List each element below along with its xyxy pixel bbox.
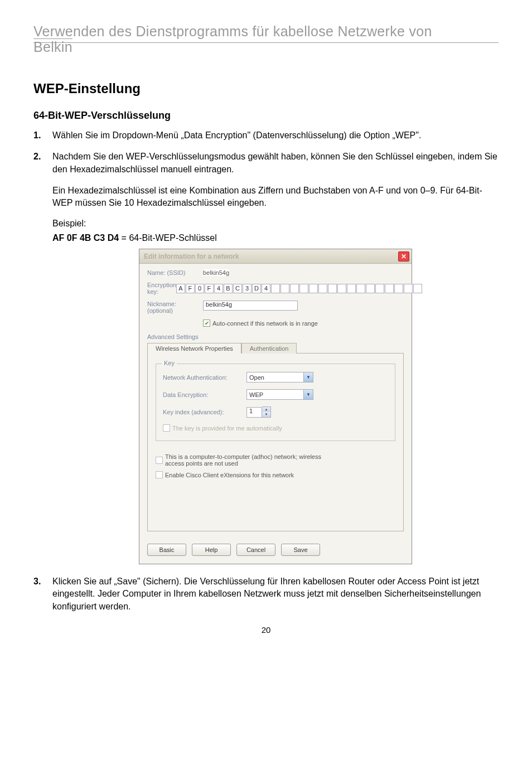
- advanced-settings-label: Advanced Settings: [147, 333, 404, 340]
- encryption-key-cell[interactable]: [337, 284, 346, 293]
- page-number: 20: [33, 625, 499, 635]
- close-button[interactable]: ✕: [398, 251, 409, 262]
- close-icon: ✕: [401, 253, 407, 260]
- spinner-down-icon[interactable]: ▼: [262, 412, 270, 417]
- step-number-1: 1.: [33, 129, 52, 142]
- page-header-title: Verwenden des Dienstprogramms für kabell…: [33, 22, 499, 41]
- encryption-key-cell[interactable]: 0: [195, 284, 204, 293]
- cisco-label: Enable Cisco Client eXtensions for this …: [165, 472, 294, 478]
- encryption-key-cell[interactable]: [271, 284, 280, 293]
- autoconnect-label: Auto-connect if this network is in range: [212, 320, 318, 327]
- encryption-key-cell[interactable]: 4: [262, 284, 270, 293]
- page-header-sub: Belkin: [33, 38, 72, 55]
- ssid-value: belkin54g: [203, 269, 229, 276]
- data-encryption-select[interactable]: WEP ▼: [246, 389, 313, 400]
- data-encryption-label: Data Encryption:: [163, 391, 246, 398]
- encryption-key-cell[interactable]: [299, 284, 308, 293]
- encryption-key-cell[interactable]: B: [224, 284, 233, 293]
- key-group-title: Key: [162, 360, 177, 366]
- nickname-label: Nickname: (optional): [147, 301, 203, 314]
- encryption-key-cell[interactable]: [318, 284, 327, 293]
- encryption-key-cell[interactable]: [385, 284, 394, 293]
- encryption-key-cell[interactable]: D: [252, 284, 261, 293]
- autoconnect-checkbox[interactable]: ✔: [203, 320, 210, 327]
- key-definition: AF 0F 4B C3 D4 = 64-Bit-WEP-Schlüssel: [52, 233, 499, 243]
- tab-authentication[interactable]: Authentication: [241, 343, 297, 354]
- step-text-2: Nachdem Sie den WEP-Verschlüsselungsmodu…: [52, 151, 499, 176]
- subheading: 64-Bit-WEP-Verschlüsselung: [33, 110, 499, 122]
- encryption-key-cell[interactable]: A: [176, 284, 185, 293]
- cancel-button[interactable]: Cancel: [236, 544, 275, 556]
- key-index-spinner[interactable]: 1 ▲ ▼: [246, 406, 271, 418]
- network-auth-value: Open: [249, 374, 264, 381]
- basic-button[interactable]: Basic: [147, 544, 186, 556]
- ssid-label: Name: (SSID): [147, 269, 203, 276]
- encryption-key-cell[interactable]: [366, 284, 375, 293]
- encryption-key-cell[interactable]: [309, 284, 318, 293]
- encryption-key-cell[interactable]: C: [233, 284, 242, 293]
- help-button[interactable]: Help: [192, 544, 231, 556]
- dialog-titlebar: Edit information for a network ✕: [139, 249, 412, 264]
- step-number-2: 2.: [33, 151, 52, 176]
- encryption-key-cell[interactable]: [375, 284, 384, 293]
- encryption-key-label: Encryption key:: [147, 282, 176, 295]
- encryption-key-cell[interactable]: [404, 284, 413, 293]
- network-auth-select[interactable]: Open ▼: [246, 372, 313, 383]
- example-label: Beispiel:: [52, 217, 499, 230]
- save-button[interactable]: Save: [281, 544, 320, 556]
- encryption-key-input[interactable]: AF0F4BC3D4: [176, 284, 422, 293]
- encryption-key-cell[interactable]: [413, 284, 422, 293]
- encryption-key-cell[interactable]: 3: [243, 284, 252, 293]
- autokey-checkbox[interactable]: [163, 424, 170, 432]
- header-divider: [33, 42, 499, 43]
- hex-paragraph: Ein Hexadezimalschlüssel ist eine Kombin…: [52, 185, 499, 210]
- encryption-key-cell[interactable]: F: [205, 284, 214, 293]
- section-heading: WEP-Einstellung: [33, 81, 499, 96]
- autokey-label: The key is provided for me automatically: [172, 425, 282, 432]
- tab-panel: Key Network Authentication: Open ▼ Data …: [147, 353, 404, 531]
- cisco-checkbox[interactable]: [156, 471, 163, 478]
- network-auth-label: Network Authentication:: [163, 374, 246, 381]
- step-text-1: Wählen Sie im Dropdown-Menü „Data Encryp…: [52, 129, 499, 142]
- encryption-key-cell[interactable]: [328, 284, 337, 293]
- edit-network-dialog: Edit information for a network ✕ Name: (…: [139, 249, 412, 564]
- key-rest: = 64-Bit-WEP-Schlüssel: [119, 233, 217, 243]
- key-index-value: 1: [246, 407, 262, 418]
- step-number-3: 3.: [33, 575, 52, 613]
- nickname-input[interactable]: belkin54g: [203, 301, 298, 311]
- nickname-optional: (optional): [147, 307, 173, 314]
- data-encryption-value: WEP: [249, 391, 263, 398]
- dialog-title: Edit information for a network: [144, 253, 239, 260]
- encryption-key-cell[interactable]: [356, 284, 365, 293]
- encryption-key-cell[interactable]: [280, 284, 289, 293]
- spinner-up-icon[interactable]: ▲: [262, 407, 270, 412]
- encryption-key-cell[interactable]: [394, 284, 403, 293]
- adhoc-checkbox[interactable]: [156, 457, 163, 464]
- step-text-3: Klicken Sie auf „Save" (Sichern). Die Ve…: [52, 575, 499, 613]
- adhoc-label: This is a computer-to-computer (adhoc) n…: [165, 453, 338, 467]
- encryption-key-cell[interactable]: 4: [214, 284, 223, 293]
- key-group: Key Network Authentication: Open ▼ Data …: [156, 364, 395, 441]
- encryption-key-cell[interactable]: F: [186, 284, 195, 293]
- tab-wireless-properties[interactable]: Wireless Network Properties: [147, 343, 241, 354]
- key-index-label: Key index (advanced):: [163, 409, 246, 415]
- chevron-down-icon: ▼: [303, 390, 313, 399]
- encryption-key-cell[interactable]: [347, 284, 356, 293]
- chevron-down-icon: ▼: [303, 372, 313, 382]
- encryption-key-cell[interactable]: [290, 284, 299, 293]
- key-bold: AF 0F 4B C3 D4: [52, 233, 119, 243]
